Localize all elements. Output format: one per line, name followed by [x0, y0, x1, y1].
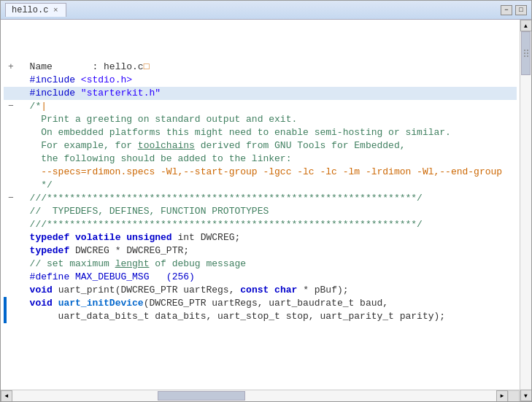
line-content: Print a greeting on standard output and …	[18, 113, 517, 126]
line-content: uart_data_bits_t data_bits, uart_stop_t …	[18, 310, 517, 323]
h-scroll-thumb[interactable]	[158, 391, 245, 401]
table-row: --specs=rdimon.specs -Wl,--start-group -…	[4, 166, 517, 179]
line-expand[interactable]: +	[4, 61, 18, 74]
line-content: // TYPEDEFS, DEFINES, FUNCTION PROTOTYPE…	[18, 205, 517, 218]
line-expand	[4, 87, 18, 100]
line-expand	[4, 139, 18, 152]
h-scroll-track[interactable]	[12, 390, 496, 401]
title-bar: hello.c × − □	[1, 1, 531, 20]
table-row: On embedded platforms this might need to…	[4, 126, 517, 139]
line-expand	[4, 113, 18, 126]
editor-tab[interactable]: hello.c ×	[5, 3, 66, 17]
line-expand[interactable]: −	[4, 100, 18, 113]
scroll-down-button[interactable]: ▼	[520, 390, 532, 401]
line-content: ///*************************************…	[18, 218, 517, 231]
line-expand	[4, 271, 18, 284]
line-content: #include <stdio.h>	[18, 74, 517, 87]
horizontal-scrollbar[interactable]: ◄ ►	[1, 390, 520, 401]
line-expand	[4, 244, 18, 258]
line-content: For example, for toolchains derived from…	[18, 139, 517, 152]
scroll-left-button[interactable]: ◄	[1, 390, 12, 402]
minimize-button[interactable]: −	[501, 5, 512, 15]
line-expand	[4, 152, 18, 166]
v-scroll-track[interactable]	[520, 31, 531, 390]
v-scroll-thumb[interactable]	[521, 31, 531, 75]
table-row: + Name : hello.c□	[4, 61, 517, 74]
table-row: */	[4, 179, 517, 192]
line-content: typedef DWCREG * DWCREG_PTR;	[18, 244, 517, 258]
window-controls: − □	[501, 5, 527, 15]
line-content: the following should be added to the lin…	[18, 152, 517, 166]
code-content: + Name : hello.c□ #include <stdio.h> #in…	[1, 20, 520, 325]
line-content: typedef volatile unsigned int DWCREG;	[18, 231, 517, 244]
line-content: #include "starterkit.h"	[18, 87, 517, 100]
table-row: // set maximum lenght of debug message	[4, 258, 517, 271]
table-row: Print a greeting on standard output and …	[4, 113, 517, 126]
editor-window: hello.c × − □ + Name : hello.c□ #include…	[0, 0, 532, 402]
table-row: ///*************************************…	[4, 218, 517, 231]
scrollbar-corner	[508, 390, 520, 402]
line-content: void uart_initDevice(DWCREG_PTR uartRegs…	[18, 297, 517, 310]
table-row: − ///***********************************…	[4, 192, 517, 205]
line-expand	[4, 218, 18, 231]
line-content: /*|	[18, 100, 517, 113]
code-scroll-area[interactable]: + Name : hello.c□ #include <stdio.h> #in…	[1, 20, 520, 390]
tab-label: hello.c	[12, 5, 48, 15]
line-expand	[4, 205, 18, 218]
table-row: uart_data_bits_t data_bits, uart_stop_t …	[4, 310, 517, 323]
line-content: void uart_print(DWCREG_PTR uartRegs, con…	[18, 284, 517, 297]
line-expand	[4, 231, 18, 244]
line-expand	[4, 74, 18, 87]
line-content: */	[18, 179, 517, 192]
table-row: typedef volatile unsigned int DWCREG;	[4, 231, 517, 244]
line-content: #define MAX_DEBUG_MSG (256)	[18, 271, 517, 284]
table-row: #define MAX_DEBUG_MSG (256)	[4, 271, 517, 284]
table-row: void uart_print(DWCREG_PTR uartRegs, con…	[4, 284, 517, 297]
tab-close-button[interactable]: ×	[51, 6, 60, 15]
line-content: // set maximum lenght of debug message	[18, 258, 517, 271]
vertical-scrollbar[interactable]: ▲ ▼	[520, 20, 531, 401]
line-expand	[4, 126, 18, 139]
line-expand	[4, 258, 18, 271]
scroll-up-button[interactable]: ▲	[520, 20, 532, 31]
line-content: Name : hello.c□	[18, 61, 517, 74]
table-row: − /*|	[4, 100, 517, 113]
table-row: typedef DWCREG * DWCREG_PTR;	[4, 244, 517, 258]
line-content: --specs=rdimon.specs -Wl,--start-group -…	[18, 166, 517, 179]
line-expand	[4, 166, 18, 179]
table-row: // TYPEDEFS, DEFINES, FUNCTION PROTOTYPE…	[4, 205, 517, 218]
table-row: #include "starterkit.h"	[4, 87, 517, 100]
line-content: ///*************************************…	[18, 192, 517, 205]
editor-area: + Name : hello.c□ #include <stdio.h> #in…	[1, 20, 531, 401]
maximize-button[interactable]: □	[515, 5, 527, 15]
table-row: For example, for toolchains derived from…	[4, 139, 517, 152]
table-row: #include <stdio.h>	[4, 74, 517, 87]
table-row: void uart_initDevice(DWCREG_PTR uartRegs…	[4, 297, 517, 310]
line-expand[interactable]: −	[4, 192, 18, 205]
scroll-right-button[interactable]: ►	[496, 390, 508, 402]
line-expand	[4, 284, 18, 297]
line-content: On embedded platforms this might need to…	[18, 126, 517, 139]
line-expand	[4, 179, 18, 192]
table-row: the following should be added to the lin…	[4, 152, 517, 166]
